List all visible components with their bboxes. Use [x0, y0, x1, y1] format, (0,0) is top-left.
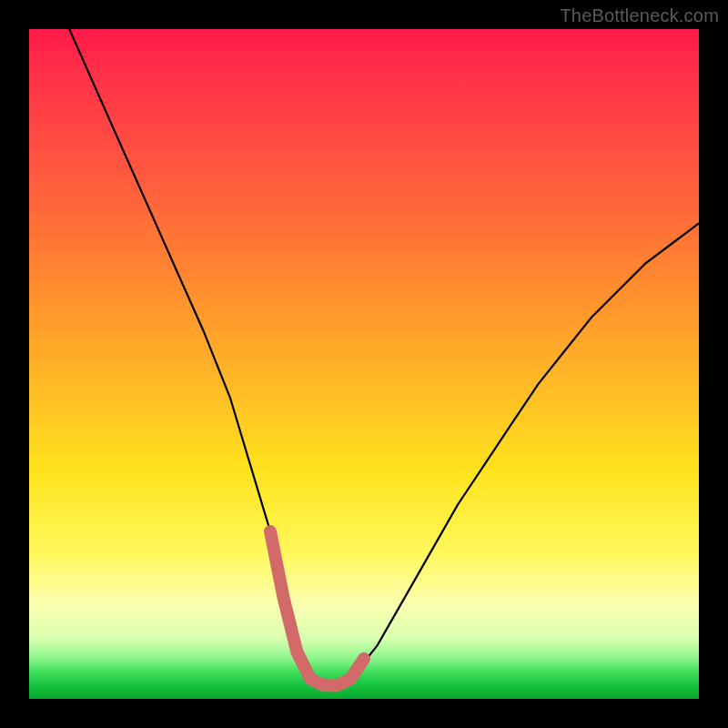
curve-svg [29, 29, 699, 699]
chart-frame: TheBottleneck.com [0, 0, 728, 728]
highlight-segment [270, 531, 364, 685]
bottleneck-curve-left [69, 29, 699, 685]
watermark-text: TheBottleneck.com [560, 5, 719, 26]
plot-area [29, 29, 699, 699]
